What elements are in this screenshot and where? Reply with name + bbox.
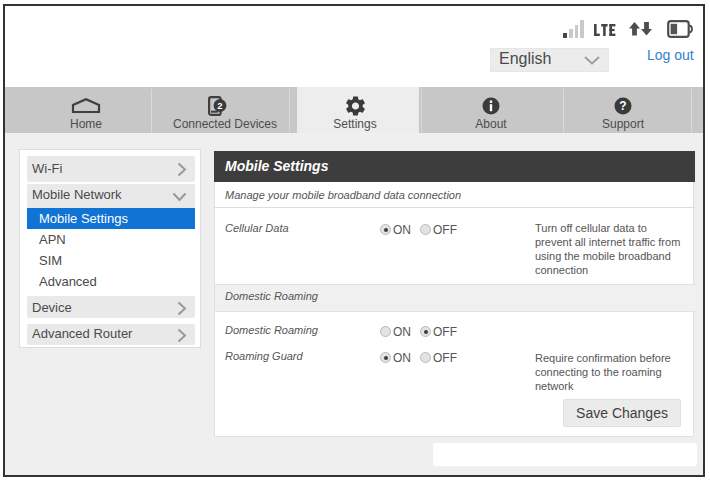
svg-text:?: ? <box>619 99 626 113</box>
svg-text:2: 2 <box>217 100 222 111</box>
